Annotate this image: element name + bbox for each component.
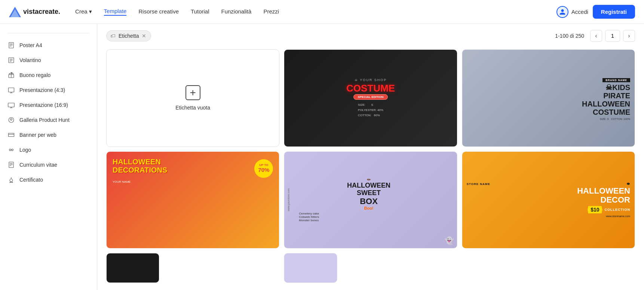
svg-rect-16 <box>8 103 15 107</box>
template-card-bottom-dark[interactable] <box>106 253 159 283</box>
template-card-sweet-box[interactable]: www.yourstore.com 🦇 HALLOWEENSWEETBOX Bo… <box>284 151 457 249</box>
sidebar-item-presentazione-43[interactable]: Presentazione (4:3) <box>0 83 97 98</box>
empty-card-label: Etichetta vuota <box>175 105 210 111</box>
svg-rect-26 <box>9 162 13 168</box>
svg-rect-13 <box>9 88 14 92</box>
main-content: 🏷 Etichetta ✕ 1-100 di 250 ‹ › + Etichet… <box>97 24 644 290</box>
certificate-icon <box>7 176 15 183</box>
svg-point-20 <box>10 118 12 120</box>
presentation-43-icon <box>7 86 15 94</box>
filter-tag-label: Etichetta <box>119 33 139 39</box>
filter-bar: 🏷 Etichetta ✕ 1-100 di 250 ‹ › <box>106 30 635 42</box>
logo-sidebar-icon <box>7 146 15 154</box>
filter-tag-close-button[interactable]: ✕ <box>142 33 146 38</box>
pagination-prev-button[interactable]: ‹ <box>590 30 602 42</box>
sidebar-item-galleria-product-hunt[interactable]: Galleria Product Hunt <box>0 112 97 127</box>
template-card-decor-orange[interactable]: STORE NAME🕷 HALLOWEENDECOR $10 COLLECTIO… <box>462 151 635 249</box>
banner-icon <box>7 131 15 139</box>
pagination-next-button[interactable]: › <box>623 30 635 42</box>
sidebar-item-volantino[interactable]: Volantino <box>0 53 97 68</box>
sidebar-label-presentazione-169: Presentazione (16:9) <box>19 102 68 108</box>
svg-point-24 <box>12 149 13 151</box>
dropdown-arrow-icon: ▾ <box>89 8 92 15</box>
pagination-info: 1-100 di 250 <box>555 33 584 39</box>
tag-icon: 🏷 <box>110 33 116 39</box>
sidebar-label-buono-regalo: Buono regalo <box>19 72 50 78</box>
template-card-bottom-lavender[interactable] <box>284 253 337 283</box>
accedi-button[interactable]: Accedi <box>556 6 588 18</box>
page-layout: Poster A4 Volantino Buono regalo Present… <box>0 24 644 290</box>
sidebar-label-cv: Curriculum vitae <box>19 162 57 168</box>
card-overlay-sweet: www.yourstore.com 🦇 HALLOWEENSWEETBOX Bo… <box>284 152 457 249</box>
add-template-icon: + <box>185 85 200 100</box>
logo-text: vistacreate. <box>23 8 60 16</box>
svg-point-23 <box>9 149 11 151</box>
sidebar-item-banner-web[interactable]: Banner per web <box>0 127 97 142</box>
sidebar-label-poster-a4: Poster A4 <box>19 42 42 48</box>
svg-point-30 <box>10 179 13 182</box>
template-card-halloween-deco[interactable]: HALLOWEENDECORATIONS YOUR NAME UP TO 70% <box>106 151 279 249</box>
sidebar-label-logo: Logo <box>19 147 31 153</box>
sidebar-item-poster-a4[interactable]: Poster A4 <box>0 38 97 53</box>
sidebar-label-certificato: Certificato <box>19 177 43 183</box>
card-overlay-deco: HALLOWEENDECORATIONS YOUR NAME UP TO 70% <box>107 152 279 249</box>
flyer-icon <box>7 56 15 64</box>
sidebar-divider <box>7 33 89 33</box>
sidebar-item-buono-regalo[interactable]: Buono regalo <box>0 68 97 83</box>
pagination: 1-100 di 250 ‹ › <box>555 30 635 42</box>
sidebar-item-presentazione-169[interactable]: Presentazione (16:9) <box>0 98 97 112</box>
template-grid: + Etichetta vuota ☠ YOUR SHOP COSTUME SP… <box>106 49 635 283</box>
pagination-page-input[interactable] <box>605 30 620 42</box>
cv-icon <box>7 161 15 169</box>
logo-icon <box>9 7 21 17</box>
filter-tags: 🏷 Etichetta ✕ <box>106 30 151 41</box>
registrati-button[interactable]: Registrati <box>593 5 635 19</box>
nav-tutorial[interactable]: Tutorial <box>191 8 209 15</box>
template-card-pirate[interactable]: BRAND NAME ☠KIDSPIRATEHALLOWEENCOSTUME S… <box>462 49 635 147</box>
sidebar-label-galleria: Galleria Product Hunt <box>19 117 70 123</box>
card-overlay-pirate: BRAND NAME ☠KIDSPIRATEHALLOWEENCOSTUME S… <box>462 50 635 146</box>
logo[interactable]: vistacreate. <box>9 7 60 17</box>
card-overlay-decor-orange: STORE NAME🕷 HALLOWEENDECOR $10 COLLECTIO… <box>462 152 635 249</box>
header: vistacreate. Crea ▾ Template Risorse cre… <box>0 0 644 24</box>
sidebar-item-certificato[interactable]: Certificato <box>0 172 97 187</box>
svg-point-19 <box>9 117 14 123</box>
card-overlay: ☠ YOUR SHOP COSTUME SPECIAL EDITION SIZE… <box>284 50 457 146</box>
sidebar-label-volantino: Volantino <box>19 57 41 63</box>
main-nav: Crea ▾ Template Risorse creative Tutoria… <box>75 8 556 16</box>
nav-template[interactable]: Template <box>104 8 127 16</box>
header-right: Accedi Registrati <box>556 5 635 19</box>
sidebar-label-banner: Banner per web <box>19 132 56 138</box>
presentation-169-icon <box>7 101 15 109</box>
sidebar-item-curriculum-vitae[interactable]: Curriculum vitae <box>0 157 97 172</box>
nav-risorse[interactable]: Risorse creative <box>138 8 179 15</box>
filter-tag-etichetta[interactable]: 🏷 Etichetta ✕ <box>106 30 151 41</box>
avatar <box>556 6 568 18</box>
svg-rect-21 <box>9 133 14 137</box>
svg-rect-2 <box>9 43 13 48</box>
sidebar: Poster A4 Volantino Buono regalo Present… <box>0 24 97 290</box>
nav-crea[interactable]: Crea ▾ <box>75 8 92 16</box>
empty-template-card[interactable]: + Etichetta vuota <box>106 49 279 147</box>
nav-prezzi[interactable]: Prezzi <box>263 8 279 15</box>
sidebar-label-presentazione-43: Presentazione (4:3) <box>19 87 65 93</box>
nav-funzionalita[interactable]: Funzionalità <box>221 8 251 15</box>
poster-icon <box>7 41 15 49</box>
gift-icon <box>7 71 15 79</box>
template-card-costume[interactable]: ☠ YOUR SHOP COSTUME SPECIAL EDITION SIZE… <box>284 49 457 147</box>
sidebar-item-logo[interactable]: Logo <box>0 142 97 157</box>
gallery-icon <box>7 116 15 124</box>
